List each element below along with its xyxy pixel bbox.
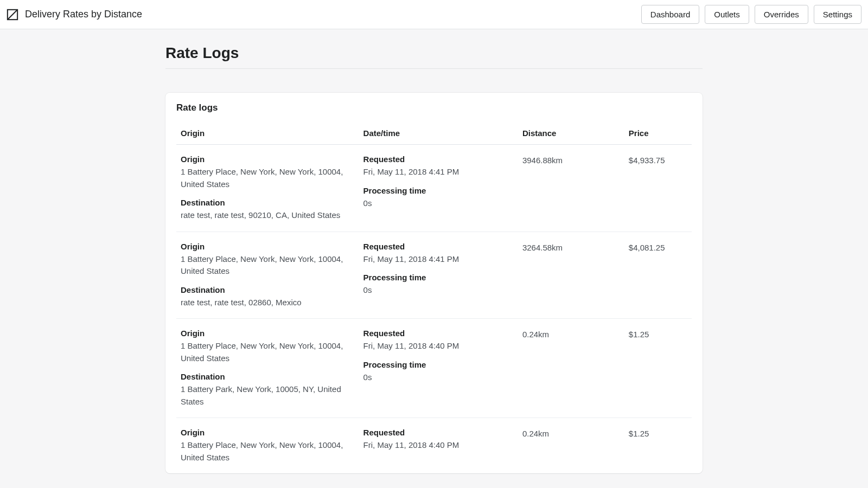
origin-label: Origin [181, 428, 357, 437]
datetime-cell: Requested Fri, May 11, 2018 4:41 PM Proc… [363, 242, 516, 309]
app-title: Delivery Rates by Distance [25, 9, 142, 20]
processing-time-label: Processing time [363, 186, 516, 195]
origin-cell: Origin 1 Battery Place, New York, New Yo… [181, 329, 357, 408]
price-value: $4,081.25 [629, 242, 687, 309]
col-distance: Distance [522, 129, 622, 138]
distance-value: 3946.88km [522, 155, 622, 222]
origin-value: 1 Battery Place, New York, New York, 100… [181, 340, 357, 364]
requested-label: Requested [363, 242, 516, 251]
destination-value: rate test, rate test, 02860, Mexico [181, 297, 357, 309]
datetime-cell: Requested Fri, May 11, 2018 4:41 PM Proc… [363, 155, 516, 222]
requested-value: Fri, May 11, 2018 4:41 PM [363, 166, 516, 178]
page-main: Rate Logs Rate logs Origin Date/time Dis… [165, 29, 703, 488]
col-origin: Origin [181, 129, 357, 138]
rate-logs-table: Origin Date/time Distance Price Origin 1… [165, 113, 703, 473]
origin-label: Origin [181, 242, 357, 251]
distance-value: 3264.58km [522, 242, 622, 309]
requested-value: Fri, May 11, 2018 4:40 PM [363, 340, 516, 352]
requested-label: Requested [363, 155, 516, 164]
card-header: Rate logs [165, 93, 703, 113]
origin-value: 1 Battery Place, New York, New York, 100… [181, 439, 357, 464]
nav-dashboard[interactable]: Dashboard [641, 5, 699, 24]
distance-value: 0.24km [522, 428, 622, 464]
col-datetime: Date/time [363, 129, 516, 138]
origin-value: 1 Battery Place, New York, New York, 100… [181, 166, 357, 190]
table-row: Origin 1 Battery Place, New York, New Yo… [176, 418, 692, 473]
nav: Dashboard Outlets Overrides Settings [641, 5, 861, 24]
col-price: Price [629, 129, 687, 138]
nav-settings[interactable]: Settings [814, 5, 861, 24]
requested-label: Requested [363, 428, 516, 437]
title-divider [165, 68, 703, 69]
table-row: Origin 1 Battery Place, New York, New Yo… [176, 232, 692, 319]
table-row: Origin 1 Battery Place, New York, New Yo… [176, 319, 692, 418]
origin-cell: Origin 1 Battery Place, New York, New Yo… [181, 428, 357, 464]
table-header-row: Origin Date/time Distance Price [176, 122, 692, 145]
price-value: $1.25 [629, 329, 687, 408]
processing-time-label: Processing time [363, 273, 516, 282]
destination-label: Destination [181, 372, 357, 381]
price-value: $4,933.75 [629, 155, 687, 222]
datetime-cell: Requested Fri, May 11, 2018 4:40 PM [363, 428, 516, 464]
datetime-cell: Requested Fri, May 11, 2018 4:40 PM Proc… [363, 329, 516, 408]
brand: Delivery Rates by Distance [7, 9, 142, 21]
card-title: Rate logs [176, 102, 692, 113]
destination-label: Destination [181, 285, 357, 294]
nav-outlets[interactable]: Outlets [705, 5, 749, 24]
topbar: Delivery Rates by Distance Dashboard Out… [0, 0, 868, 29]
processing-time-label: Processing time [363, 360, 516, 369]
requested-label: Requested [363, 329, 516, 338]
distance-value: 0.24km [522, 329, 622, 408]
origin-label: Origin [181, 329, 357, 338]
price-value: $1.25 [629, 428, 687, 464]
requested-value: Fri, May 11, 2018 4:41 PM [363, 253, 516, 266]
origin-value: 1 Battery Place, New York, New York, 100… [181, 253, 357, 278]
destination-label: Destination [181, 198, 357, 207]
processing-time-value: 0s [363, 371, 516, 384]
table-row: Origin 1 Battery Place, New York, New Yo… [176, 145, 692, 232]
processing-time-value: 0s [363, 197, 516, 210]
origin-cell: Origin 1 Battery Place, New York, New Yo… [181, 155, 357, 222]
rate-logs-card: Rate logs Origin Date/time Distance Pric… [165, 93, 703, 473]
requested-value: Fri, May 11, 2018 4:40 PM [363, 439, 516, 452]
page-title: Rate Logs [165, 44, 703, 62]
origin-label: Origin [181, 155, 357, 164]
destination-value: rate test, rate test, 90210, CA, United … [181, 209, 357, 222]
origin-cell: Origin 1 Battery Place, New York, New Yo… [181, 242, 357, 309]
processing-time-value: 0s [363, 284, 516, 297]
app-logo-icon [7, 9, 18, 21]
destination-value: 1 Battery Park, New York, 10005, NY, Uni… [181, 383, 357, 408]
nav-overrides[interactable]: Overrides [755, 5, 808, 24]
